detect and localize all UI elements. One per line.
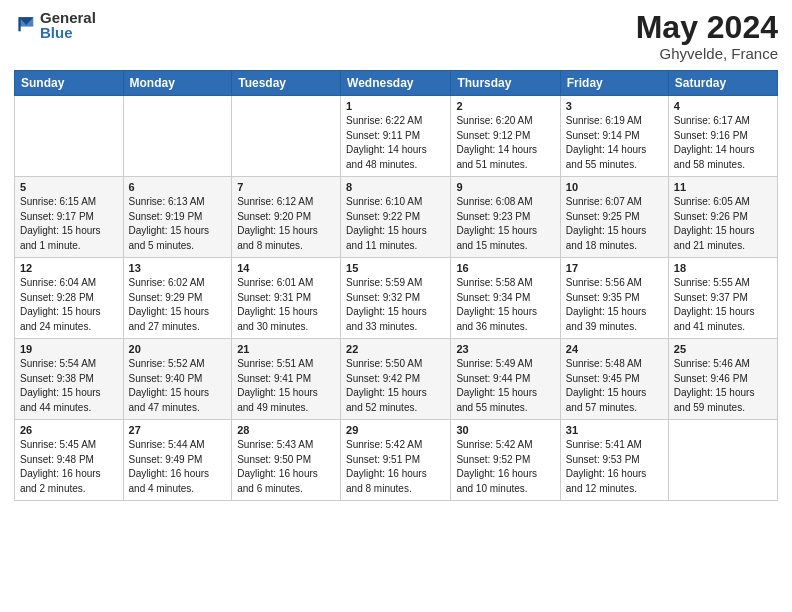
calendar-week-row: 12Sunrise: 6:04 AMSunset: 9:28 PMDayligh… bbox=[15, 258, 778, 339]
logo-icon bbox=[16, 14, 38, 36]
day-number: 17 bbox=[566, 262, 663, 274]
calendar-cell: 14Sunrise: 6:01 AMSunset: 9:31 PMDayligh… bbox=[232, 258, 341, 339]
day-number: 5 bbox=[20, 181, 118, 193]
day-number: 6 bbox=[129, 181, 227, 193]
weekday-header-monday: Monday bbox=[123, 71, 232, 96]
calendar-cell: 18Sunrise: 5:55 AMSunset: 9:37 PMDayligh… bbox=[668, 258, 777, 339]
day-number: 13 bbox=[129, 262, 227, 274]
day-number: 2 bbox=[456, 100, 554, 112]
day-detail: Sunrise: 6:04 AMSunset: 9:28 PMDaylight:… bbox=[20, 276, 118, 334]
day-detail: Sunrise: 6:12 AMSunset: 9:20 PMDaylight:… bbox=[237, 195, 335, 253]
day-detail: Sunrise: 5:45 AMSunset: 9:48 PMDaylight:… bbox=[20, 438, 118, 496]
logo: General Blue bbox=[14, 10, 96, 40]
day-detail: Sunrise: 6:01 AMSunset: 9:31 PMDaylight:… bbox=[237, 276, 335, 334]
day-detail: Sunrise: 5:51 AMSunset: 9:41 PMDaylight:… bbox=[237, 357, 335, 415]
logo-text: General Blue bbox=[40, 10, 96, 40]
page: General Blue May 2024 Ghyvelde, France S… bbox=[0, 0, 792, 612]
calendar-cell: 9Sunrise: 6:08 AMSunset: 9:23 PMDaylight… bbox=[451, 177, 560, 258]
day-detail: Sunrise: 6:22 AMSunset: 9:11 PMDaylight:… bbox=[346, 114, 445, 172]
day-number: 7 bbox=[237, 181, 335, 193]
day-detail: Sunrise: 5:55 AMSunset: 9:37 PMDaylight:… bbox=[674, 276, 772, 334]
calendar-cell: 5Sunrise: 6:15 AMSunset: 9:17 PMDaylight… bbox=[15, 177, 124, 258]
calendar-cell: 25Sunrise: 5:46 AMSunset: 9:46 PMDayligh… bbox=[668, 339, 777, 420]
day-detail: Sunrise: 6:02 AMSunset: 9:29 PMDaylight:… bbox=[129, 276, 227, 334]
day-number: 15 bbox=[346, 262, 445, 274]
header: General Blue May 2024 Ghyvelde, France bbox=[14, 10, 778, 62]
day-number: 21 bbox=[237, 343, 335, 355]
logo-general-text: General bbox=[40, 10, 96, 25]
calendar-cell: 22Sunrise: 5:50 AMSunset: 9:42 PMDayligh… bbox=[341, 339, 451, 420]
calendar-cell: 21Sunrise: 5:51 AMSunset: 9:41 PMDayligh… bbox=[232, 339, 341, 420]
day-number: 22 bbox=[346, 343, 445, 355]
day-number: 29 bbox=[346, 424, 445, 436]
day-number: 1 bbox=[346, 100, 445, 112]
weekday-header-thursday: Thursday bbox=[451, 71, 560, 96]
day-number: 19 bbox=[20, 343, 118, 355]
calendar-cell: 28Sunrise: 5:43 AMSunset: 9:50 PMDayligh… bbox=[232, 420, 341, 501]
calendar-cell: 7Sunrise: 6:12 AMSunset: 9:20 PMDaylight… bbox=[232, 177, 341, 258]
day-detail: Sunrise: 6:08 AMSunset: 9:23 PMDaylight:… bbox=[456, 195, 554, 253]
day-detail: Sunrise: 5:46 AMSunset: 9:46 PMDaylight:… bbox=[674, 357, 772, 415]
day-number: 27 bbox=[129, 424, 227, 436]
day-detail: Sunrise: 6:07 AMSunset: 9:25 PMDaylight:… bbox=[566, 195, 663, 253]
weekday-header-saturday: Saturday bbox=[668, 71, 777, 96]
calendar-cell: 3Sunrise: 6:19 AMSunset: 9:14 PMDaylight… bbox=[560, 96, 668, 177]
day-detail: Sunrise: 6:15 AMSunset: 9:17 PMDaylight:… bbox=[20, 195, 118, 253]
weekday-header-row: SundayMondayTuesdayWednesdayThursdayFrid… bbox=[15, 71, 778, 96]
calendar-cell: 1Sunrise: 6:22 AMSunset: 9:11 PMDaylight… bbox=[341, 96, 451, 177]
calendar-cell: 6Sunrise: 6:13 AMSunset: 9:19 PMDaylight… bbox=[123, 177, 232, 258]
day-detail: Sunrise: 5:54 AMSunset: 9:38 PMDaylight:… bbox=[20, 357, 118, 415]
calendar-cell bbox=[123, 96, 232, 177]
calendar-cell: 19Sunrise: 5:54 AMSunset: 9:38 PMDayligh… bbox=[15, 339, 124, 420]
calendar-cell: 27Sunrise: 5:44 AMSunset: 9:49 PMDayligh… bbox=[123, 420, 232, 501]
day-number: 16 bbox=[456, 262, 554, 274]
calendar-cell: 13Sunrise: 6:02 AMSunset: 9:29 PMDayligh… bbox=[123, 258, 232, 339]
day-detail: Sunrise: 5:42 AMSunset: 9:52 PMDaylight:… bbox=[456, 438, 554, 496]
title-block: May 2024 Ghyvelde, France bbox=[636, 10, 778, 62]
calendar-cell: 15Sunrise: 5:59 AMSunset: 9:32 PMDayligh… bbox=[341, 258, 451, 339]
logo-blue-text: Blue bbox=[40, 25, 96, 40]
day-number: 10 bbox=[566, 181, 663, 193]
calendar-week-row: 1Sunrise: 6:22 AMSunset: 9:11 PMDaylight… bbox=[15, 96, 778, 177]
svg-rect-3 bbox=[18, 17, 20, 31]
day-number: 23 bbox=[456, 343, 554, 355]
calendar-cell bbox=[668, 420, 777, 501]
calendar-week-row: 5Sunrise: 6:15 AMSunset: 9:17 PMDaylight… bbox=[15, 177, 778, 258]
day-number: 24 bbox=[566, 343, 663, 355]
day-number: 28 bbox=[237, 424, 335, 436]
day-number: 30 bbox=[456, 424, 554, 436]
day-detail: Sunrise: 5:49 AMSunset: 9:44 PMDaylight:… bbox=[456, 357, 554, 415]
day-number: 26 bbox=[20, 424, 118, 436]
day-detail: Sunrise: 5:42 AMSunset: 9:51 PMDaylight:… bbox=[346, 438, 445, 496]
day-number: 18 bbox=[674, 262, 772, 274]
calendar-cell: 17Sunrise: 5:56 AMSunset: 9:35 PMDayligh… bbox=[560, 258, 668, 339]
day-detail: Sunrise: 6:20 AMSunset: 9:12 PMDaylight:… bbox=[456, 114, 554, 172]
day-detail: Sunrise: 5:58 AMSunset: 9:34 PMDaylight:… bbox=[456, 276, 554, 334]
calendar-cell: 4Sunrise: 6:17 AMSunset: 9:16 PMDaylight… bbox=[668, 96, 777, 177]
calendar-cell: 2Sunrise: 6:20 AMSunset: 9:12 PMDaylight… bbox=[451, 96, 560, 177]
day-number: 8 bbox=[346, 181, 445, 193]
day-detail: Sunrise: 5:43 AMSunset: 9:50 PMDaylight:… bbox=[237, 438, 335, 496]
day-detail: Sunrise: 5:56 AMSunset: 9:35 PMDaylight:… bbox=[566, 276, 663, 334]
day-detail: Sunrise: 6:05 AMSunset: 9:26 PMDaylight:… bbox=[674, 195, 772, 253]
day-detail: Sunrise: 5:50 AMSunset: 9:42 PMDaylight:… bbox=[346, 357, 445, 415]
day-detail: Sunrise: 5:41 AMSunset: 9:53 PMDaylight:… bbox=[566, 438, 663, 496]
weekday-header-sunday: Sunday bbox=[15, 71, 124, 96]
calendar-week-row: 19Sunrise: 5:54 AMSunset: 9:38 PMDayligh… bbox=[15, 339, 778, 420]
calendar-week-row: 26Sunrise: 5:45 AMSunset: 9:48 PMDayligh… bbox=[15, 420, 778, 501]
calendar-cell bbox=[232, 96, 341, 177]
calendar-cell bbox=[15, 96, 124, 177]
day-detail: Sunrise: 6:19 AMSunset: 9:14 PMDaylight:… bbox=[566, 114, 663, 172]
calendar-location: Ghyvelde, France bbox=[636, 45, 778, 62]
calendar-title: May 2024 bbox=[636, 10, 778, 45]
day-number: 11 bbox=[674, 181, 772, 193]
calendar-cell: 12Sunrise: 6:04 AMSunset: 9:28 PMDayligh… bbox=[15, 258, 124, 339]
calendar-cell: 11Sunrise: 6:05 AMSunset: 9:26 PMDayligh… bbox=[668, 177, 777, 258]
day-detail: Sunrise: 6:10 AMSunset: 9:22 PMDaylight:… bbox=[346, 195, 445, 253]
calendar-cell: 30Sunrise: 5:42 AMSunset: 9:52 PMDayligh… bbox=[451, 420, 560, 501]
day-number: 25 bbox=[674, 343, 772, 355]
day-number: 14 bbox=[237, 262, 335, 274]
calendar-cell: 29Sunrise: 5:42 AMSunset: 9:51 PMDayligh… bbox=[341, 420, 451, 501]
calendar-cell: 31Sunrise: 5:41 AMSunset: 9:53 PMDayligh… bbox=[560, 420, 668, 501]
calendar-cell: 20Sunrise: 5:52 AMSunset: 9:40 PMDayligh… bbox=[123, 339, 232, 420]
